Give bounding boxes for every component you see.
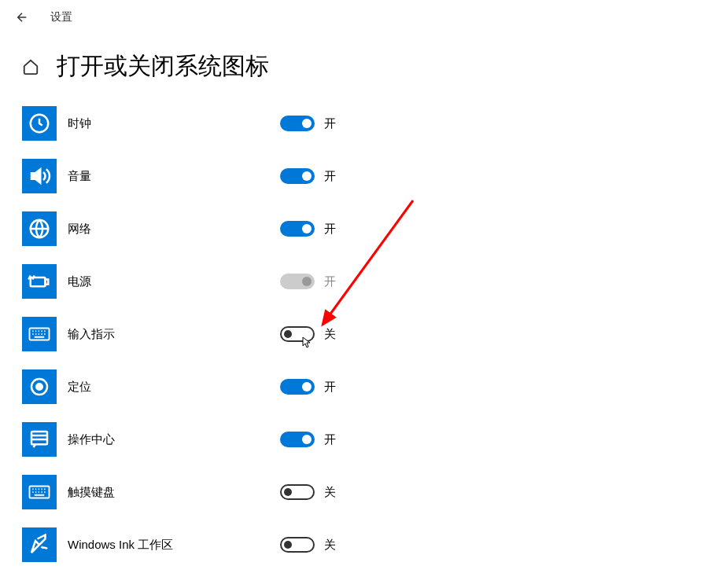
toggle-power bbox=[280, 274, 315, 289]
toggle-state-label: 关 bbox=[324, 327, 336, 342]
toggle-state-label: 开 bbox=[324, 432, 336, 447]
home-icon bbox=[22, 58, 39, 75]
back-button[interactable] bbox=[13, 8, 31, 27]
row-label: 电源 bbox=[68, 274, 264, 289]
toggle-network[interactable] bbox=[280, 221, 315, 237]
touch-keyboard-icon bbox=[22, 475, 57, 509]
volume-icon bbox=[22, 159, 57, 193]
app-label: 设置 bbox=[50, 10, 72, 24]
svg-point-6 bbox=[36, 384, 42, 390]
row-input-indicator: 输入指示 关 bbox=[22, 317, 697, 351]
back-arrow-icon bbox=[15, 10, 29, 24]
action-center-icon bbox=[22, 422, 57, 457]
toggle-volume[interactable] bbox=[280, 168, 315, 184]
svg-rect-3 bbox=[46, 280, 49, 285]
page-title: 打开或关闭系统图标 bbox=[57, 50, 269, 83]
row-label: 输入指示 bbox=[68, 327, 264, 342]
input-indicator-icon bbox=[22, 317, 57, 351]
toggle-state-label: 开 bbox=[324, 274, 336, 289]
toggle-state-label: 开 bbox=[324, 169, 336, 184]
location-icon bbox=[22, 369, 57, 404]
toggle-touch-keyboard[interactable] bbox=[280, 484, 315, 500]
settings-list: 时钟 开 音量 开 网络 开 电源 开 bbox=[0, 106, 719, 562]
row-label: 定位 bbox=[68, 380, 264, 395]
clock-icon bbox=[22, 106, 57, 141]
row-power: 电源 开 bbox=[22, 264, 697, 299]
row-location: 定位 开 bbox=[22, 369, 697, 404]
toggle-state-label: 开 bbox=[324, 222, 336, 237]
row-action-center: 操作中心 开 bbox=[22, 422, 697, 457]
row-label: 网络 bbox=[68, 222, 264, 237]
row-label: 操作中心 bbox=[68, 432, 264, 447]
svg-rect-7 bbox=[31, 432, 47, 444]
windows-ink-icon bbox=[22, 527, 57, 562]
row-clock: 时钟 开 bbox=[22, 106, 697, 141]
row-windows-ink: Windows Ink 工作区 关 bbox=[22, 527, 697, 562]
home-button[interactable] bbox=[22, 58, 39, 75]
toggle-state-label: 开 bbox=[324, 116, 336, 131]
toggle-location[interactable] bbox=[280, 379, 315, 395]
toggle-state-label: 关 bbox=[324, 485, 336, 500]
toggle-state-label: 关 bbox=[324, 538, 336, 553]
row-label: 触摸键盘 bbox=[68, 485, 264, 500]
row-network: 网络 开 bbox=[22, 211, 697, 246]
power-icon bbox=[22, 264, 57, 299]
toggle-windows-ink[interactable] bbox=[280, 537, 315, 553]
network-icon bbox=[22, 211, 57, 246]
row-label: 时钟 bbox=[68, 116, 264, 131]
toggle-action-center[interactable] bbox=[280, 432, 315, 447]
toggle-input-indicator[interactable] bbox=[280, 326, 315, 342]
row-label: Windows Ink 工作区 bbox=[68, 538, 264, 553]
row-volume: 音量 开 bbox=[22, 159, 697, 193]
toggle-state-label: 开 bbox=[324, 380, 336, 395]
row-touch-keyboard: 触摸键盘 关 bbox=[22, 475, 697, 509]
toggle-clock[interactable] bbox=[280, 116, 315, 131]
row-label: 音量 bbox=[68, 169, 264, 184]
